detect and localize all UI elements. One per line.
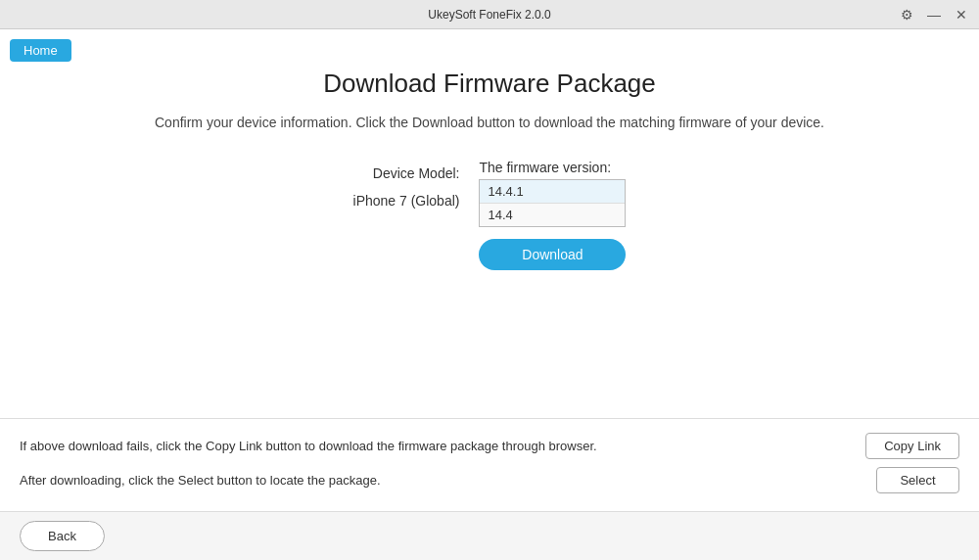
main-window: Home Download Firmware Package Confirm y…: [0, 29, 979, 511]
firmware-item-1441[interactable]: 14.4.1: [480, 180, 625, 204]
device-model-label: Device Model:: [353, 160, 460, 187]
bottom-section: If above download fails, click the Copy …: [0, 418, 979, 511]
firmware-version-list: 14.4.1 14.4: [479, 179, 626, 227]
title-bar-text: UkeySoft FoneFix 2.0.0: [428, 8, 550, 22]
title-bar: UkeySoft FoneFix 2.0.0 ⚙ — ✕: [0, 0, 979, 29]
copy-link-description: If above download fails, click the Copy …: [20, 439, 597, 453]
select-row: After downloading, click the Select butt…: [20, 467, 959, 493]
firmware-item-144[interactable]: 14.4: [480, 204, 625, 226]
page-description: Confirm your device information. Click t…: [155, 115, 824, 130]
copy-link-row: If above download fails, click the Copy …: [20, 433, 959, 459]
info-right: The firmware version: 14.4.1 14.4 Downlo…: [479, 160, 626, 270]
home-button[interactable]: Home: [10, 39, 71, 62]
page-title: Download Firmware Package: [323, 69, 656, 99]
settings-icon[interactable]: ⚙: [897, 5, 916, 24]
minimize-button[interactable]: —: [924, 5, 944, 24]
download-button[interactable]: Download: [479, 239, 626, 270]
select-description: After downloading, click the Select butt…: [20, 473, 381, 488]
close-button[interactable]: ✕: [952, 5, 971, 24]
title-bar-controls: ⚙ — ✕: [897, 5, 971, 24]
select-button[interactable]: Select: [876, 467, 959, 493]
info-labels: Device Model: iPhone 7 (Global): [353, 160, 460, 214]
device-model-value: iPhone 7 (Global): [353, 187, 460, 214]
content-area: Download Firmware Package Confirm your d…: [0, 29, 979, 418]
copy-link-button[interactable]: Copy Link: [865, 433, 959, 459]
info-row: Device Model: iPhone 7 (Global) The firm…: [353, 160, 627, 270]
firmware-version-label: The firmware version:: [479, 160, 611, 175]
footer-bar: Back: [0, 511, 979, 560]
back-button[interactable]: Back: [20, 521, 105, 551]
